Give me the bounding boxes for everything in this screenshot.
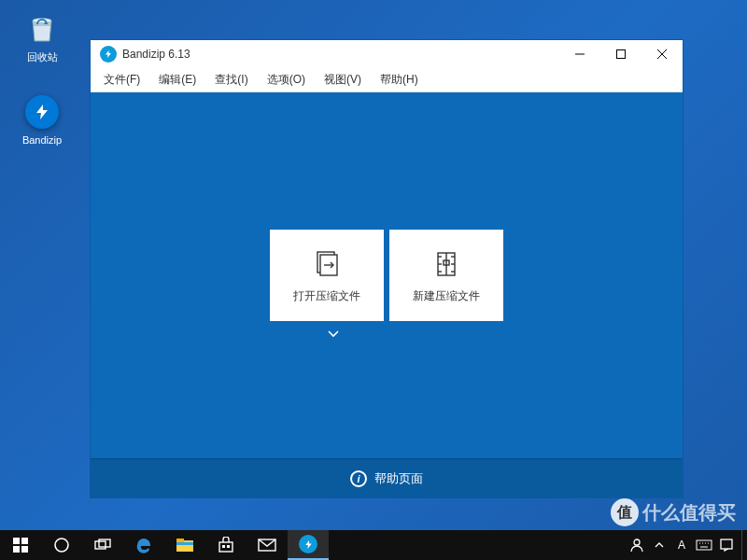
tray-people-icon[interactable] [626, 530, 648, 560]
watermark-text: 什么值得买 [642, 500, 736, 525]
svg-rect-19 [13, 546, 20, 553]
desktop[interactable]: 回收站 Bandizip Bandizip 6.13 [0, 0, 747, 560]
new-archive-icon [430, 247, 463, 281]
menu-help[interactable]: 帮助(H) [371, 69, 428, 91]
menubar: 文件(F) 编辑(E) 查找(I) 选项(O) 视图(V) 帮助(H) [91, 68, 683, 92]
maximize-button[interactable] [600, 40, 641, 68]
menu-edit[interactable]: 编辑(E) [149, 69, 205, 91]
show-desktop-button[interactable] [741, 530, 747, 560]
desktop-icon-bandizip[interactable]: Bandizip [9, 93, 75, 146]
menu-file[interactable]: 文件(F) [94, 69, 149, 91]
main-panel: 打开压缩文件 新建压缩文件 [91, 92, 683, 458]
help-page-button[interactable]: i 帮助页面 [91, 458, 683, 497]
tray-keyboard-icon[interactable] [693, 530, 715, 560]
tray-ime-icon[interactable]: A [670, 530, 693, 560]
watermark-badge: 值 [611, 498, 639, 526]
svg-point-31 [634, 539, 640, 545]
svg-rect-38 [721, 539, 732, 549]
svg-point-21 [55, 539, 68, 552]
system-tray: A [626, 530, 747, 560]
start-button[interactable] [0, 530, 41, 560]
svg-rect-2 [617, 50, 626, 59]
menu-view[interactable]: 视图(V) [315, 69, 371, 91]
minimize-button[interactable] [559, 40, 600, 68]
svg-rect-28 [222, 545, 225, 548]
watermark: 值 什么值得买 [611, 498, 736, 526]
recycle-bin-icon [23, 9, 61, 47]
svg-rect-26 [176, 542, 193, 545]
bandizip-window: Bandizip 6.13 文件(F) 编辑(E) 查找(I) 选项(O) 视图… [90, 39, 684, 498]
svg-rect-18 [21, 538, 28, 544]
svg-rect-29 [227, 545, 230, 548]
svg-rect-23 [99, 539, 110, 547]
menu-options[interactable]: 选项(O) [258, 69, 315, 91]
desktop-icon-recycle-bin[interactable]: 回收站 [9, 9, 75, 64]
app-icon [100, 46, 117, 63]
bandizip-icon [23, 93, 61, 131]
taskbar-store[interactable] [205, 530, 247, 560]
taskbar-mail[interactable] [247, 530, 288, 560]
cortana-button[interactable] [41, 530, 82, 560]
help-page-label: 帮助页面 [374, 470, 423, 487]
tray-chevron-up-icon[interactable] [648, 530, 670, 560]
window-title: Bandizip 6.13 [122, 48, 559, 61]
tray-notifications-icon[interactable] [715, 530, 738, 560]
taskbar-bandizip[interactable] [288, 530, 329, 560]
svg-rect-25 [176, 539, 184, 542]
recent-dropdown-button[interactable] [327, 326, 340, 343]
svg-rect-20 [21, 546, 28, 553]
svg-rect-27 [219, 542, 233, 552]
svg-rect-22 [95, 541, 106, 549]
desktop-icon-label: Bandizip [9, 134, 75, 146]
info-icon: i [350, 470, 367, 487]
menu-find[interactable]: 查找(I) [205, 69, 257, 91]
task-view-button[interactable] [82, 530, 123, 560]
new-archive-button[interactable]: 新建压缩文件 [389, 230, 503, 321]
svg-rect-32 [697, 540, 712, 550]
titlebar[interactable]: Bandizip 6.13 [91, 40, 683, 68]
window-controls [559, 40, 683, 68]
open-archive-icon [310, 247, 344, 281]
client-area: 打开压缩文件 新建压缩文件 [91, 92, 683, 497]
taskbar: A [0, 530, 747, 560]
taskbar-explorer[interactable] [164, 530, 205, 560]
open-archive-label: 打开压缩文件 [293, 288, 360, 304]
close-button[interactable] [641, 40, 683, 68]
taskbar-edge[interactable] [123, 530, 164, 560]
new-archive-label: 新建压缩文件 [413, 288, 480, 304]
svg-rect-17 [13, 538, 20, 544]
open-archive-button[interactable]: 打开压缩文件 [270, 230, 384, 321]
desktop-icon-label: 回收站 [9, 50, 75, 64]
